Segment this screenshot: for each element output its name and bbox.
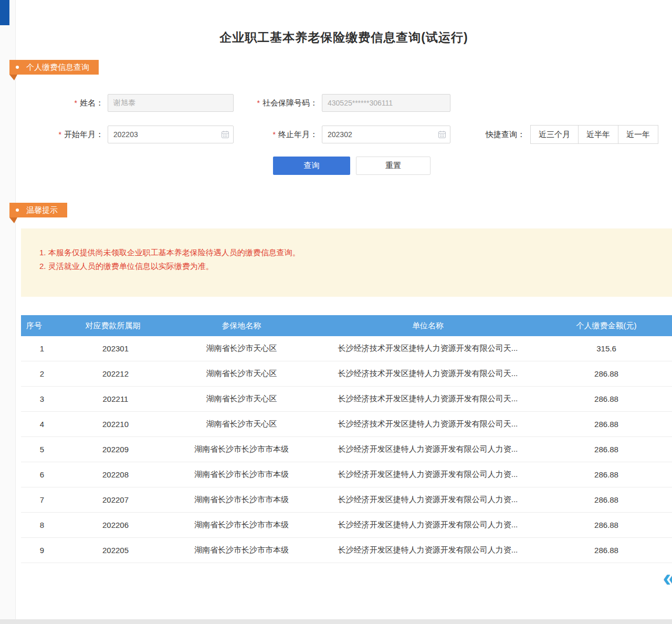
quick-btn-three-months[interactable]: 近三个月 xyxy=(530,125,579,144)
cell-seq: 9 xyxy=(21,546,63,555)
name-input[interactable] xyxy=(108,94,234,112)
start-date-input[interactable] xyxy=(108,126,234,143)
cell-seq: 6 xyxy=(21,470,63,479)
section-badge-personal-query: 个人缴费信息查询 xyxy=(9,60,99,75)
cell-period: 202212 xyxy=(63,369,168,378)
tips-line: 1. 本服务仅提供尚未领取企业职工基本养老保险待遇人员的缴费信息查询。 xyxy=(39,246,662,259)
cell-seq: 1 xyxy=(21,344,63,353)
header-period: 对应费款所属期 xyxy=(58,321,168,331)
tips-notice-box: 1. 本服务仅提供尚未领取企业职工基本养老保险待遇人员的缴费信息查询。 2. 灵… xyxy=(21,228,672,297)
quick-query-label: 快捷查询： xyxy=(486,130,525,140)
header-company: 单位名称 xyxy=(315,321,541,331)
cell-company: 长沙经济开发区捷特人力资源开发有限公司人力资... xyxy=(315,545,541,555)
cell-amount: 286.88 xyxy=(541,495,672,504)
cell-period: 202209 xyxy=(63,445,168,454)
quick-btn-one-year[interactable]: 近一年 xyxy=(618,125,658,144)
cell-period: 202211 xyxy=(63,394,168,403)
section-badge-tips: 温馨提示 xyxy=(9,203,67,217)
cell-amount: 286.88 xyxy=(541,369,672,378)
cell-company: 长沙经济开发区捷特人力资源开发有限公司人力资... xyxy=(315,470,541,480)
table-header-row: 序号 对应费款所属期 参保地名称 单位名称 个人缴费金额(元) xyxy=(21,315,672,336)
table-body: 1202301湖南省长沙市天心区长沙经济技术开发区捷特人力资源开发有限公司天..… xyxy=(21,336,672,563)
cell-area: 湖南省长沙市天心区 xyxy=(168,419,315,429)
cell-area: 湖南省长沙市天心区 xyxy=(168,394,315,404)
cell-seq: 8 xyxy=(21,521,63,529)
cell-area: 湖南省长沙市长沙市市本级 xyxy=(168,444,315,454)
pension-query-page: 企业职工基本养老保险缴费信息查询(试运行) 个人缴费信息查询 *姓名： *社会保… xyxy=(0,0,672,624)
required-asterisk: * xyxy=(257,99,260,107)
end-date-input[interactable] xyxy=(322,126,450,143)
query-button[interactable]: 查询 xyxy=(273,157,350,175)
header-seq: 序号 xyxy=(21,321,58,331)
corner-tab xyxy=(0,0,9,25)
table-row: 2202212湖南省长沙市天心区长沙经济技术开发区捷特人力资源开发有限公司天..… xyxy=(21,361,672,387)
cell-seq: 3 xyxy=(21,394,63,403)
cell-seq: 4 xyxy=(21,420,63,429)
cell-company: 长沙经济开发区捷特人力资源开发有限公司人力资... xyxy=(315,520,541,530)
cell-company: 长沙经济技术开发区捷特人力资源开发有限公司天... xyxy=(315,344,541,353)
start-date-group: *开始年月： xyxy=(45,125,234,144)
required-asterisk: * xyxy=(59,130,61,139)
table-row: 8202206湖南省长沙市长沙市市本级长沙经济开发区捷特人力资源开发有限公司人力… xyxy=(21,513,672,538)
cell-amount: 315.6 xyxy=(541,344,672,353)
bullet-icon xyxy=(16,209,19,212)
table-row: 3202211湖南省长沙市天心区长沙经济技术开发区捷特人力资源开发有限公司天..… xyxy=(21,387,672,412)
cell-period: 202301 xyxy=(63,344,168,353)
table-row: 5202209湖南省长沙市长沙市市本级长沙经济开发区捷特人力资源开发有限公司人力… xyxy=(21,437,672,462)
cell-amount: 286.88 xyxy=(541,420,672,429)
cell-area: 湖南省长沙市长沙市市本级 xyxy=(168,545,315,555)
header-amount: 个人缴费金额(元) xyxy=(541,321,672,331)
cell-seq: 2 xyxy=(21,369,63,378)
ssn-input-wrap xyxy=(322,94,450,112)
cell-area: 湖南省长沙市天心区 xyxy=(168,369,315,379)
end-date-input-wrap xyxy=(322,126,450,143)
cell-area: 湖南省长沙市长沙市市本级 xyxy=(168,495,315,505)
cell-amount: 286.88 xyxy=(541,546,672,555)
cell-company: 长沙经济开发区捷特人力资源开发有限公司人力资... xyxy=(315,495,541,505)
name-field-group: *姓名： xyxy=(45,93,234,112)
reset-button[interactable]: 重置 xyxy=(356,157,430,175)
quick-query-buttons: 近三个月 近半年 近一年 xyxy=(530,125,658,144)
table-row: 6202208湖南省长沙市长沙市市本级长沙经济开发区捷特人力资源开发有限公司人力… xyxy=(21,462,672,487)
cell-period: 202207 xyxy=(63,495,168,504)
required-asterisk: * xyxy=(273,130,276,139)
ssn-input[interactable] xyxy=(322,94,450,112)
required-asterisk: * xyxy=(75,99,77,107)
section-badge-label: 温馨提示 xyxy=(26,205,58,215)
cell-company: 长沙经济技术开发区捷特人力资源开发有限公司天... xyxy=(315,394,541,404)
name-input-wrap xyxy=(108,94,234,112)
end-date-group: *终止年月： xyxy=(236,125,450,144)
table-row: 4202210湖南省长沙市天心区长沙经济技术开发区捷特人力资源开发有限公司天..… xyxy=(21,412,672,437)
ssn-field-group: *社会保障号码： xyxy=(236,93,450,112)
cell-period: 202206 xyxy=(63,521,168,529)
cell-amount: 286.88 xyxy=(541,470,672,479)
cell-company: 长沙经济技术开发区捷特人力资源开发有限公司天... xyxy=(315,369,541,379)
quick-query-group: 快捷查询： 近三个月 近半年 近一年 xyxy=(486,125,658,144)
page-title: 企业职工基本养老保险缴费信息查询(试运行) xyxy=(16,29,672,46)
cell-seq: 5 xyxy=(21,445,63,454)
start-date-input-wrap xyxy=(108,126,234,143)
header-area: 参保地名称 xyxy=(168,321,315,331)
cell-amount: 286.88 xyxy=(541,521,672,529)
left-gutter xyxy=(0,0,16,620)
table-row: 1202301湖南省长沙市天心区长沙经济技术开发区捷特人力资源开发有限公司天..… xyxy=(21,336,672,361)
cell-period: 202208 xyxy=(63,470,168,479)
cell-seq: 7 xyxy=(21,495,63,504)
bullet-icon xyxy=(16,66,19,69)
tips-line: 2. 灵活就业人员的缴费单位信息以实际缴费为准。 xyxy=(39,259,662,273)
cell-area: 湖南省长沙市天心区 xyxy=(168,344,315,353)
section-badge-label: 个人缴费信息查询 xyxy=(26,63,89,72)
name-label: *姓名： xyxy=(45,98,103,108)
collapse-chevron-icon[interactable]: « xyxy=(663,565,672,590)
cell-company: 长沙经济技术开发区捷特人力资源开发有限公司天... xyxy=(315,419,541,429)
quick-btn-half-year[interactable]: 近半年 xyxy=(578,125,618,144)
start-date-label: *开始年月： xyxy=(45,130,103,140)
cell-period: 202210 xyxy=(63,420,168,429)
table-row: 9202205湖南省长沙市长沙市市本级长沙经济开发区捷特人力资源开发有限公司人力… xyxy=(21,538,672,563)
cell-area: 湖南省长沙市长沙市市本级 xyxy=(168,470,315,480)
cell-company: 长沙经济开发区捷特人力资源开发有限公司人力资... xyxy=(315,444,541,454)
cell-area: 湖南省长沙市长沙市市本级 xyxy=(168,520,315,530)
cell-period: 202205 xyxy=(63,546,168,555)
cell-amount: 286.88 xyxy=(541,394,672,403)
bottom-bar xyxy=(0,619,672,624)
